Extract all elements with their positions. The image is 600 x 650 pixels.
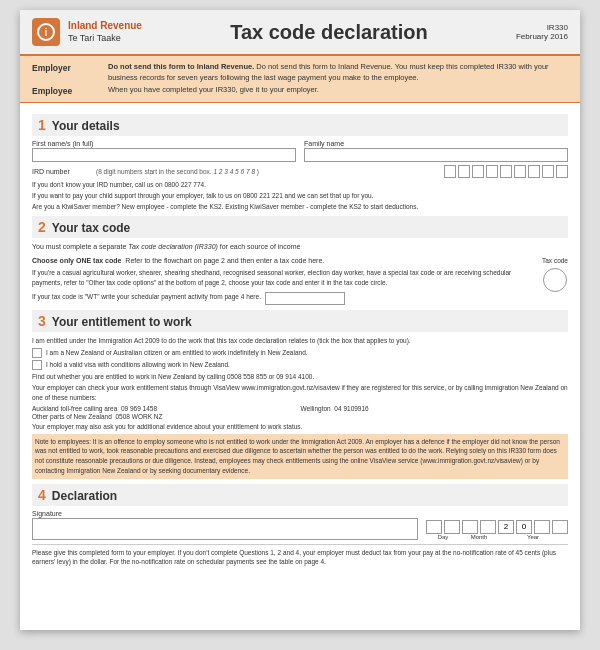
year-group: 2 0 Year [498,520,568,540]
year-box-4[interactable] [552,520,568,534]
footer-text: Please give this completed form to your … [32,544,568,568]
month-box-2[interactable] [480,520,496,534]
ird-label: IRD number [32,168,92,175]
first-name-group: First name/s (in full) [32,140,296,162]
employer-check-text: Your employer can check your work entitl… [32,383,568,403]
wt-input[interactable] [265,292,345,305]
ird-box-3[interactable] [472,165,484,178]
document-ref: IR330 February 2016 [516,23,568,41]
day-label: Day [438,534,449,540]
ird-box-4[interactable] [486,165,498,178]
family-name-label: Family name [304,140,568,147]
checkbox-2-label: I hold a valid visa with conditions allo… [46,361,230,368]
find-out-text: Find out whether you are entitled to wor… [32,372,568,382]
ird-info-2: If you want to pay your child support th… [32,191,568,201]
first-name-input[interactable] [32,148,296,162]
month-box-1[interactable] [462,520,478,534]
day-box-2[interactable] [444,520,460,534]
checkbox-2[interactable] [32,360,42,370]
family-name-input[interactable] [304,148,568,162]
employer-extra-text: Your employer may also ask you for addit… [32,422,568,432]
tax-code-info: If you're a casual agricultural worker, … [32,268,534,288]
section2-title: Your tax code [52,221,130,235]
section1-title: Your details [52,119,120,133]
document-content: 1 Your details First name/s (in full) Fa… [20,103,580,573]
notice-bar: Employer Do not send this form to Inland… [20,56,580,103]
checkbox-1-label: I am a New Zealand or Australian citizen… [46,349,308,356]
ird-boxes [444,165,568,178]
tax-code-label: Tax code [542,256,568,266]
employee-label: Employee [32,85,102,96]
section4-num: 4 [38,487,46,503]
date-boxes: Day Month 2 0 [426,520,568,540]
employer-label: Employer [32,62,102,83]
ird-box-7[interactable] [528,165,540,178]
day-group: Day [426,520,460,540]
year-box-2: 0 [516,520,532,534]
employer-notice-text: Do not send this form to Inland Revenue.… [108,62,568,83]
month-label: Month [471,534,488,540]
signature-label: Signature [32,510,568,517]
section3-title: Your entitlement to work [52,315,192,329]
ird-row: IRD number (8 digit numbers start in the… [32,165,568,178]
document-header: i Inland Revenue Te Tari Taake Tax code … [20,10,580,56]
inland-revenue-logo: i [32,18,60,46]
logo-text: Inland Revenue Te Tari Taake [68,19,142,44]
checkbox-row-1: I am a New Zealand or Australian citizen… [32,348,568,358]
family-name-group: Family name [304,140,568,162]
svg-text:i: i [45,27,48,38]
ird-info-3: Are you a KiwiSaver member? New employee… [32,202,568,212]
logo-area: i Inland Revenue Te Tari Taake [32,18,142,46]
document-title: Tax code declaration [142,21,516,44]
month-group: Month [462,520,496,540]
signature-input[interactable] [32,518,418,540]
ird-box-6[interactable] [514,165,526,178]
day-boxes [426,520,460,534]
employee-notice-text: When you have completed your IR330, give… [108,85,568,96]
document-page: i Inland Revenue Te Tari Taake Tax code … [20,10,580,630]
section3-header: 3 Your entitlement to work [32,310,568,332]
section2-header: 2 Your tax code [32,216,568,238]
tax-code-circle[interactable] [543,268,567,292]
year-box-3[interactable] [534,520,550,534]
section1-header: 1 Your details [32,114,568,136]
checkbox-row-2: I hold a valid visa with conditions allo… [32,360,568,370]
wellington-contact: Wellington 04 9109916 [301,405,569,412]
day-box-1[interactable] [426,520,442,534]
ird-box-1[interactable] [444,165,456,178]
tax-code-section: You must complete a separate Tax code de… [32,242,568,305]
tax-code-row: Choose only ONE tax code Refer to the fl… [32,256,568,305]
ird-hint: (8 digit numbers start in the second box… [96,168,440,175]
checkbox-1[interactable] [32,348,42,358]
section4-title: Declaration [52,489,117,503]
entitlement-intro: I am entitled under the Immigration Act … [32,336,568,346]
auckland-contact: Auckland toll-free calling area 09 969 1… [32,405,300,412]
ird-box-9[interactable] [556,165,568,178]
ird-box-8[interactable] [542,165,554,178]
note-text: Note to employees: It is an offence to e… [32,434,568,479]
year-label: Year [527,534,539,540]
first-name-label: First name/s (in full) [32,140,296,147]
tax-code-right: Tax code [542,256,568,292]
section4-header: 4 Declaration [32,484,568,506]
month-boxes [462,520,496,534]
name-row: First name/s (in full) Family name [32,140,568,162]
other-contact: Other parts of New Zealand 0508 WORK NZ [32,413,300,420]
declaration-section: Signature Day [32,510,568,540]
tax-code-left: Choose only ONE tax code Refer to the fl… [32,256,534,305]
section2-num: 2 [38,219,46,235]
contacts-grid: Auckland toll-free calling area 09 969 1… [32,405,568,420]
choose-tax-code: Choose only ONE tax code Refer to the fl… [32,256,534,267]
year-box-1: 2 [498,520,514,534]
section1-num: 1 [38,117,46,133]
signature-row: Day Month 2 0 [32,518,568,540]
ird-box-5[interactable] [500,165,512,178]
ird-box-2[interactable] [458,165,470,178]
wt-row: If your tax code is "WT" write your sche… [32,290,534,305]
section3-num: 3 [38,313,46,329]
tax-code-para1: You must complete a separate Tax code de… [32,242,568,253]
ird-info-1: If you don't know your IRD number, call … [32,180,568,190]
year-boxes: 2 0 [498,520,568,534]
